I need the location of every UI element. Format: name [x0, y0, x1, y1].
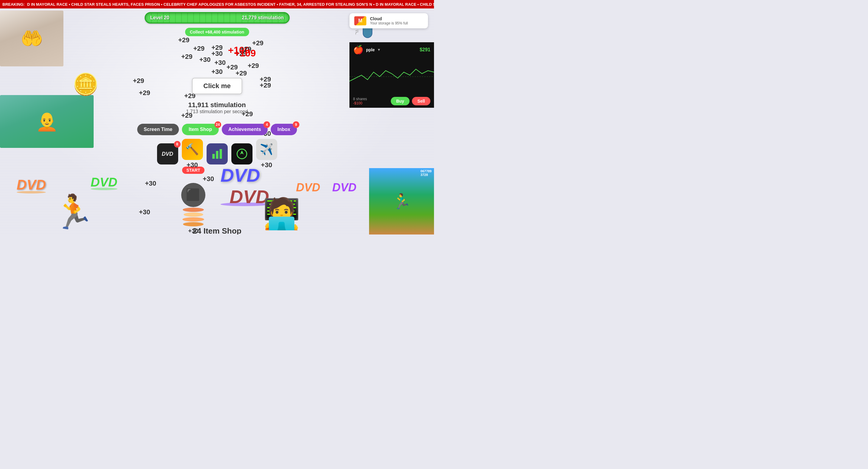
dvd-logo-green: DVD — [91, 175, 118, 190]
stock-icon: 🍎 — [353, 45, 364, 55]
stock-change: -$100 — [353, 101, 367, 105]
thumbnail-1: 🤲 — [0, 10, 63, 66]
float-num-n19: +29 — [260, 81, 271, 89]
stock-chart — [349, 57, 434, 93]
svg-marker-4 — [240, 150, 244, 155]
nav-buttons: Screen Time Item Shop 24 Achievements 4 … — [137, 124, 297, 135]
stock-footer: 8 shares -$100 Buy Sell — [349, 95, 434, 108]
dvd-app-icon[interactable]: DVD 8 — [157, 143, 178, 165]
float-num-n22: +29 — [242, 110, 253, 118]
plane-app-icon[interactable]: ✈️ — [256, 139, 277, 160]
gmail-title: Cloud — [370, 16, 423, 21]
gmail-text: Cloud Your storage is 95% full — [370, 16, 423, 25]
stock-dropdown[interactable]: ▼ — [377, 48, 381, 52]
buy-button[interactable]: Buy — [391, 97, 409, 105]
svg-rect-2 — [220, 149, 222, 159]
runner-plus30: +30 — [145, 179, 156, 188]
item-shop-badge: 24 — [214, 121, 221, 128]
float-num-n1: +29 — [178, 36, 189, 44]
achievements-badge: 4 — [264, 121, 270, 128]
pancake-base: ⬛ — [181, 183, 205, 207]
screen-time-button[interactable]: Screen Time — [137, 124, 179, 135]
gmail-icon: M — [354, 16, 366, 25]
svg-rect-0 — [212, 154, 215, 159]
subway-thumb: 🏃‍♂️ 0677893728 — [369, 168, 434, 234]
item-shop-button[interactable]: Item Shop 24 — [182, 124, 219, 135]
achievements-button[interactable]: Achievements 4 — [222, 124, 268, 135]
float-num-n15: +109 — [234, 48, 256, 59]
float-num-n12: +29 — [248, 62, 259, 70]
per-sec: 1,713 stimulation per second — [186, 109, 248, 114]
breaking-label: BREAKING: — [0, 2, 27, 7]
float-num-n10: +30 — [214, 59, 226, 67]
pancake-game: START +30 ⬛ +30 — [181, 167, 205, 234]
float-num-n2: +29 — [193, 45, 205, 53]
float-num-n6: +30 — [211, 50, 223, 58]
stock-name: pple — [366, 47, 375, 52]
dvd-logo-blue: DVD DVD — [220, 165, 269, 206]
stock-left: 🍎 pple ▼ — [353, 45, 381, 55]
stock-header: 🍎 pple ▼ $291 — [349, 42, 434, 57]
stimulation-label: 21,779 stimulation — [242, 15, 284, 21]
float-num-n21: +29 — [181, 112, 192, 120]
svg-rect-1 — [216, 151, 218, 159]
stock-price: $291 — [420, 47, 430, 53]
hammer-plus30: +30 — [187, 161, 198, 169]
level-bar: Level 20 21,779 stimulation — [145, 12, 290, 24]
stim-stats: 11,911 stimulation 1,713 stimulation per… — [186, 101, 248, 114]
inbox-button[interactable]: Inbox 9 — [271, 124, 297, 135]
float-num-n14: +30 — [211, 68, 223, 76]
study-person: 🧑‍💻 — [263, 196, 301, 232]
float-num-n13: +29 — [236, 69, 247, 77]
float-num-n16: +29 — [133, 77, 144, 85]
float-num-n3: +29 — [211, 44, 223, 52]
stock-widget: 🍎 pple ▼ $291 8 shares -$100 Buy Sell — [349, 42, 434, 108]
click-me-button[interactable]: Click me — [192, 78, 242, 94]
float-num-n8: +29 — [181, 53, 192, 61]
chart-app-icon[interactable] — [207, 143, 228, 165]
float-num-red: +109 — [228, 45, 250, 56]
runner-figure: 🏃 — [53, 193, 94, 232]
level-label: Level 20 — [150, 15, 169, 21]
gmail-subtitle: Your storage is 95% full — [370, 21, 423, 25]
ticker-content: D IN MAYORAL RACE • CHILD STAR STEALS HE… — [27, 2, 434, 7]
dvd-badge: 8 — [174, 141, 181, 147]
news-ticker: BREAKING: D IN MAYORAL RACE • CHILD STAR… — [0, 0, 434, 8]
float-num-n5: +29 — [240, 45, 251, 53]
power-app-icon[interactable] — [231, 143, 252, 165]
chest-icon: 🪙 — [72, 72, 99, 97]
sell-button[interactable]: Sell — [412, 97, 430, 105]
inbox-badge: 9 — [293, 121, 299, 128]
float-num-n7: +29 — [236, 50, 247, 58]
dvd-logo-right-purple: DVD — [332, 181, 356, 194]
gmail-notification[interactable]: M Cloud Your storage is 95% full — [349, 13, 428, 28]
pancake-plus30a: +30 — [196, 175, 220, 183]
float-num-n17: +29 — [139, 89, 150, 97]
float-num-n9: +30 — [199, 56, 211, 64]
dvd-logo-orange: DVD — [17, 176, 46, 194]
pancake-plus30b: +30 — [181, 228, 205, 234]
float-num-n4: +29 — [252, 39, 264, 47]
main-stim: 11,911 stimulation — [186, 101, 248, 109]
pancake-stack — [181, 208, 205, 226]
app-icons-row: DVD 8 🔨 +30 ✈️ +30 — [157, 139, 277, 169]
dvd-logo-right-orange: DVD — [296, 181, 320, 194]
stock-shares: 8 shares — [353, 97, 367, 101]
float-num-n18: +29 — [260, 75, 271, 83]
item-shop-text: 24 Item Shop — [193, 226, 242, 234]
float-num-n11: +29 — [226, 63, 238, 71]
plane-plus30: +30 — [261, 161, 272, 169]
runner-plus30b: +30 — [139, 208, 150, 216]
collect-bubble[interactable]: Collect +68,400 stimulation — [185, 28, 249, 36]
hammer-app-icon[interactable]: 🔨 — [182, 139, 203, 160]
svg-rect-7 — [349, 57, 434, 93]
thumbnail-2: 🧑‍🦲 — [0, 95, 94, 148]
